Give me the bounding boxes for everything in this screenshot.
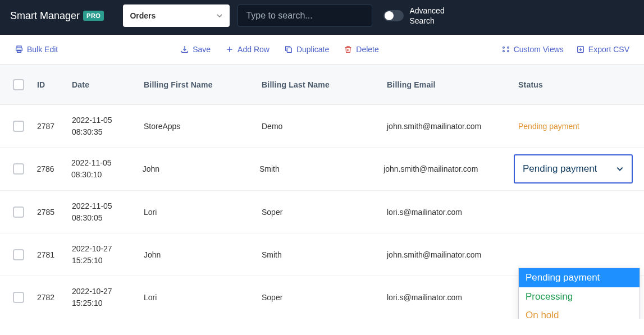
status-option-processing[interactable]: Processing — [519, 287, 640, 306]
svg-point-6 — [503, 51, 504, 52]
cell-lname[interactable]: Smith — [262, 250, 387, 259]
cell-email[interactable]: lori.s@mailinator.com — [387, 208, 518, 217]
trash-icon — [344, 45, 353, 54]
cell-lname[interactable]: Soper — [262, 208, 387, 217]
bulk-edit-label: Bulk Edit — [27, 45, 58, 54]
svg-point-7 — [507, 51, 509, 52]
save-button[interactable]: Save — [179, 43, 212, 56]
cell-date-time: 15:25:10 — [72, 297, 144, 309]
col-header-id[interactable]: ID — [37, 80, 72, 89]
advanced-search-toggle[interactable] — [383, 10, 404, 21]
save-label: Save — [193, 45, 211, 54]
svg-rect-3 — [287, 48, 291, 52]
add-row-button[interactable]: Add Row — [224, 43, 271, 56]
add-row-label: Add Row — [237, 45, 270, 54]
duplicate-label: Duplicate — [296, 45, 329, 54]
cell-date-day: 2022-11-05 — [71, 157, 143, 169]
col-header-email[interactable]: Billing Email — [387, 80, 518, 89]
cell-fname[interactable]: John — [143, 164, 259, 173]
plus-icon — [225, 45, 234, 54]
cell-status-editing: Pending payment — [514, 154, 644, 183]
advanced-search-label-1: Advanced — [409, 6, 444, 16]
cell-fname[interactable]: Lori — [144, 208, 262, 217]
svg-point-5 — [507, 47, 509, 48]
cell-date-time: 08:30:35 — [72, 126, 144, 138]
duplicate-button[interactable]: Duplicate — [283, 43, 330, 56]
advanced-search: Advanced Search — [383, 6, 444, 26]
row-checkbox[interactable] — [13, 121, 24, 132]
printer-icon — [15, 45, 24, 54]
cell-date[interactable]: 2022-10-27 15:25:10 — [72, 286, 144, 309]
row-checkbox[interactable] — [13, 163, 24, 175]
entity-selected-label: Orders — [130, 11, 156, 20]
copy-icon — [284, 45, 293, 54]
table-row: 2785 2022-11-05 08:30:05 Lori Soper lori… — [0, 191, 644, 233]
sliders-icon — [501, 45, 510, 54]
cell-date[interactable]: 2022-11-05 08:30:35 — [72, 114, 144, 138]
delete-button[interactable]: Delete — [342, 43, 380, 56]
cell-lname[interactable]: Soper — [262, 293, 387, 302]
export-csv-label: Export CSV — [588, 45, 629, 54]
cell-email[interactable]: lori.s@mailinator.com — [387, 293, 518, 302]
export-csv-button[interactable]: Export CSV — [575, 43, 631, 56]
cell-date-day: 2022-11-05 — [72, 200, 144, 212]
cell-date[interactable]: 2022-10-27 15:25:10 — [72, 243, 144, 267]
pro-badge: PRO — [83, 11, 104, 21]
advanced-search-label: Advanced Search — [409, 6, 444, 26]
status-option-onhold[interactable]: On hold — [519, 306, 640, 319]
row-checkbox[interactable] — [13, 206, 24, 218]
col-header-status[interactable]: Status — [518, 80, 644, 89]
cell-status[interactable]: Pending payment — [518, 122, 644, 131]
entity-selector[interactable]: Orders — [123, 4, 230, 27]
toolbar: Bulk Edit Save Add Row Duplicate Delet — [0, 35, 644, 65]
download-icon — [576, 45, 585, 54]
cell-fname[interactable]: Lori — [144, 293, 262, 302]
cell-id[interactable]: 2786 — [36, 164, 71, 173]
chevron-down-icon — [616, 165, 624, 173]
row-checkbox[interactable] — [13, 292, 24, 303]
brand-name: Smart Manager — [10, 10, 80, 22]
orders-table: ID Date Billing First Name Billing Last … — [0, 65, 644, 319]
search-placeholder: Type to search... — [246, 11, 312, 21]
select-all-checkbox[interactable] — [13, 79, 24, 90]
cell-id[interactable]: 2782 — [37, 293, 72, 302]
custom-views-label: Custom Views — [514, 45, 564, 54]
status-select-value: Pending payment — [523, 163, 597, 175]
col-header-fname[interactable]: Billing First Name — [144, 80, 262, 89]
cell-lname[interactable]: Smith — [259, 164, 383, 173]
cell-date-day: 2022-10-27 — [72, 286, 144, 297]
cell-date[interactable]: 2022-11-05 08:30:05 — [72, 200, 144, 224]
cell-fname[interactable]: StoreApps — [144, 122, 262, 131]
table-row: 2786 2022-11-05 08:30:10 John Smith john… — [0, 148, 644, 191]
cell-date-time: 08:30:10 — [71, 169, 143, 181]
search-input[interactable]: Type to search... — [237, 4, 372, 27]
table-header: ID Date Billing First Name Billing Last … — [0, 65, 644, 105]
table-row: 2787 2022-11-05 08:30:35 StoreApps Demo … — [0, 105, 644, 148]
caret-down-icon — [216, 12, 223, 19]
cell-id[interactable]: 2787 — [37, 122, 72, 131]
brand: Smart Manager PRO — [10, 10, 104, 22]
col-header-lname[interactable]: Billing Last Name — [262, 80, 387, 89]
cell-email[interactable]: john.smith@mailinator.com — [383, 164, 514, 173]
cell-email[interactable]: john.smith@mailinator.com — [387, 122, 518, 131]
svg-point-4 — [503, 47, 504, 48]
cell-fname[interactable]: John — [144, 250, 262, 259]
row-checkbox[interactable] — [13, 249, 24, 260]
bulk-edit-button[interactable]: Bulk Edit — [13, 43, 59, 56]
top-bar: Smart Manager PRO Orders Type to search.… — [0, 0, 644, 35]
col-header-date[interactable]: Date — [72, 80, 144, 89]
cell-date-day: 2022-10-27 — [72, 243, 144, 255]
custom-views-button[interactable]: Custom Views — [500, 43, 565, 56]
cell-email[interactable]: john.smith@mailinator.com — [387, 250, 518, 259]
save-icon — [180, 45, 189, 54]
cell-date[interactable]: 2022-11-05 08:30:10 — [71, 157, 143, 181]
cell-date-day: 2022-11-05 — [72, 114, 144, 126]
svg-rect-2 — [17, 50, 21, 52]
cell-lname[interactable]: Demo — [262, 122, 387, 131]
cell-date-time: 15:25:10 — [72, 255, 144, 267]
cell-id[interactable]: 2781 — [37, 250, 72, 259]
status-option-pending[interactable]: Pending payment — [519, 268, 640, 287]
cell-id[interactable]: 2785 — [37, 208, 72, 217]
advanced-search-label-2: Search — [409, 16, 444, 26]
status-select[interactable]: Pending payment — [514, 154, 633, 183]
